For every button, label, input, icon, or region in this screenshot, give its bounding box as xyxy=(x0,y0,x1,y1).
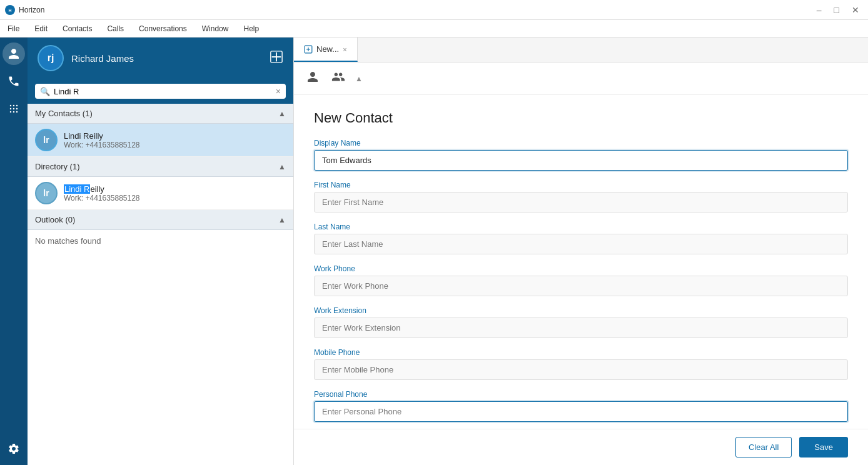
last-name-input[interactable] xyxy=(314,234,848,254)
svg-point-3 xyxy=(13,105,15,107)
person-icon-tab[interactable] xyxy=(304,68,321,89)
svg-point-4 xyxy=(16,105,18,107)
title-bar: H Horizon – □ ✕ xyxy=(0,0,868,20)
contact-avatar-dir: lr xyxy=(35,182,58,204)
svg-point-8 xyxy=(10,111,12,113)
my-contacts-toggle-icon: ▲ xyxy=(278,109,286,118)
last-name-label: Last Name xyxy=(314,222,848,231)
no-matches-text: No matches found xyxy=(28,230,293,252)
svg-point-10 xyxy=(16,111,18,113)
contact-info-dir: Lindi Reilly Work: +441635885128 xyxy=(64,184,140,202)
svg-text:H: H xyxy=(8,8,11,12)
menu-help[interactable]: Help xyxy=(241,23,261,34)
mobile-phone-label: Mobile Phone xyxy=(314,348,848,357)
svg-point-5 xyxy=(10,108,12,110)
contacts-nav-button[interactable] xyxy=(3,42,25,65)
work-phone-label: Work Phone xyxy=(314,264,848,273)
clear-all-button[interactable]: Clear All xyxy=(735,437,792,458)
last-name-group: Last Name xyxy=(314,222,848,254)
tab-close-button[interactable]: × xyxy=(343,46,346,53)
svg-point-2 xyxy=(10,105,12,107)
user-header: rj Richard James xyxy=(28,38,293,79)
close-button[interactable]: ✕ xyxy=(848,4,863,16)
menu-edit[interactable]: Edit xyxy=(32,23,50,34)
form-icon-tabs: ▲ xyxy=(294,62,868,95)
menu-conversations[interactable]: Conversations xyxy=(136,23,189,34)
display-name-input[interactable] xyxy=(314,150,848,171)
first-name-input[interactable] xyxy=(314,192,848,212)
title-bar-left: H Horizon xyxy=(5,5,44,15)
svg-point-7 xyxy=(16,108,18,110)
menu-contacts[interactable]: Contacts xyxy=(60,23,94,34)
save-button[interactable]: Save xyxy=(799,437,848,458)
maximize-button[interactable]: □ xyxy=(830,4,843,16)
directory-title: Directory (1) xyxy=(35,162,80,171)
personal-phone-label: Personal Phone xyxy=(314,390,848,399)
work-phone-group: Work Phone xyxy=(314,264,848,296)
display-name-group: Display Name xyxy=(314,139,848,171)
menu-file[interactable]: File xyxy=(5,23,22,34)
dialpad-nav-button[interactable] xyxy=(3,98,25,120)
contact-avatar: lr xyxy=(35,129,58,151)
work-phone-input[interactable] xyxy=(314,276,848,296)
my-contacts-section-header[interactable]: My Contacts (1) ▲ xyxy=(28,104,293,124)
tab-new[interactable]: New... × xyxy=(294,38,358,62)
contact-list-area: My Contacts (1) ▲ lr Lindi Reilly Work: … xyxy=(28,104,293,465)
tab-bar: New... × xyxy=(294,38,868,62)
search-bar: 🔍 × xyxy=(35,84,286,99)
my-contacts-title: My Contacts (1) xyxy=(35,109,93,118)
mobile-phone-group: Mobile Phone xyxy=(314,348,848,380)
contact-phone: Work: +441635885128 xyxy=(64,141,140,149)
search-input[interactable] xyxy=(54,87,272,96)
form-footer: Clear All Save xyxy=(294,429,868,465)
user-name: Richard James xyxy=(71,53,270,64)
contact-name: Lindi Reilly xyxy=(64,131,140,141)
window-controls: – □ ✕ xyxy=(813,4,863,16)
outlook-section-header[interactable]: Outlook (0) ▲ xyxy=(28,210,293,230)
contact-name-dir: Lindi Reilly xyxy=(64,184,140,194)
menu-bar: File Edit Contacts Calls Conversations W… xyxy=(0,20,868,38)
group-icon-tab[interactable] xyxy=(329,68,348,89)
display-name-label: Display Name xyxy=(314,139,848,148)
svg-rect-12 xyxy=(272,56,281,58)
menu-calls[interactable]: Calls xyxy=(104,23,126,34)
form-title: New Contact xyxy=(314,110,848,126)
contact-phone-dir: Work: +441635885128 xyxy=(64,194,140,202)
contact-item-lindi-reilly-mycontacts[interactable]: lr Lindi Reilly Work: +441635885128 xyxy=(28,124,293,157)
personal-phone-group: Personal Phone xyxy=(314,390,848,422)
tab-new-label: New... xyxy=(316,44,339,54)
avatar: rj xyxy=(38,45,64,71)
settings-nav-button[interactable] xyxy=(3,438,25,460)
search-icon: 🔍 xyxy=(40,87,50,96)
mobile-phone-input[interactable] xyxy=(314,359,848,380)
work-extension-group: Work Extension xyxy=(314,306,848,338)
outlook-toggle-icon: ▲ xyxy=(278,216,286,224)
app-logo: H xyxy=(5,5,15,15)
directory-toggle-icon: ▲ xyxy=(278,162,286,171)
collapse-arrow[interactable]: ▲ xyxy=(355,74,363,83)
personal-phone-input[interactable] xyxy=(314,401,848,422)
svg-point-6 xyxy=(13,108,15,110)
contact-info: Lindi Reilly Work: +441635885128 xyxy=(64,131,140,149)
sidebar-icons xyxy=(0,38,28,465)
work-extension-label: Work Extension xyxy=(314,306,848,315)
new-contact-form: New Contact Display Name First Name Last… xyxy=(294,95,868,429)
directory-section-header[interactable]: Directory (1) ▲ xyxy=(28,157,293,177)
search-clear-button[interactable]: × xyxy=(276,86,281,96)
calls-nav-button[interactable] xyxy=(3,70,25,92)
outlook-title: Outlook (0) xyxy=(35,215,75,224)
app-title: Horizon xyxy=(19,6,44,14)
contact-item-lindi-reilly-directory[interactable]: lr Lindi Reilly Work: +441635885128 xyxy=(28,177,293,210)
work-extension-input[interactable] xyxy=(314,318,848,338)
add-button[interactable] xyxy=(270,50,283,67)
menu-window[interactable]: Window xyxy=(199,23,231,34)
svg-point-9 xyxy=(13,111,15,113)
minimize-button[interactable]: – xyxy=(813,4,825,16)
app-layout: rj Richard James 🔍 × My Contacts (1) ▲ l… xyxy=(0,38,868,465)
left-panel: rj Richard James 🔍 × My Contacts (1) ▲ l… xyxy=(28,38,293,465)
name-highlight: Lindi R xyxy=(64,184,90,194)
first-name-label: First Name xyxy=(314,181,848,189)
first-name-group: First Name xyxy=(314,181,848,212)
right-panel: New... × ▲ New Contact Display Name xyxy=(293,38,868,465)
